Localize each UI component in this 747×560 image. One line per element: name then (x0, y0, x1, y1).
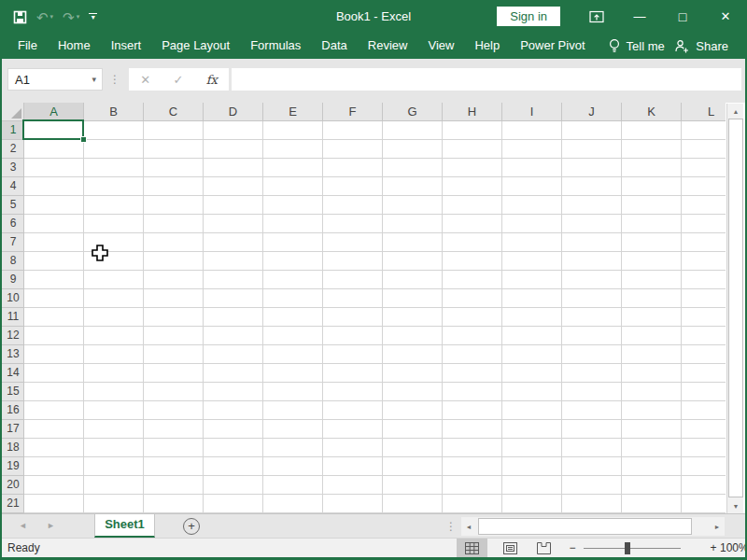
formula-input[interactable] (232, 68, 741, 91)
zoom-slider-track[interactable] (584, 548, 681, 549)
ribbon-tab-formulas[interactable]: Formulas (240, 33, 311, 59)
row-header-6[interactable]: 6 (2, 215, 24, 233)
save-icon (13, 10, 27, 24)
column-header-d[interactable]: D (204, 103, 263, 121)
view-normal-button[interactable] (457, 539, 487, 558)
minimize-button[interactable]: — (618, 3, 661, 31)
row-header-19[interactable]: 19 (2, 457, 24, 476)
fill-handle[interactable] (80, 136, 87, 143)
row-header-7[interactable]: 7 (2, 233, 24, 252)
close-button[interactable]: ✕ (704, 3, 747, 31)
sheet-tab-bar: ◄ ► Sheet1 + ⋮ ◄ ► (0, 513, 747, 538)
ribbon-tab-review[interactable]: Review (358, 33, 418, 59)
column-header-e[interactable]: E (263, 103, 323, 121)
row-header-11[interactable]: 11 (2, 308, 24, 327)
zoom-level[interactable]: 100% (720, 539, 747, 557)
column-header-a[interactable]: A (24, 103, 84, 121)
column-header-j[interactable]: J (562, 103, 622, 121)
ribbon-tab-power-pivot[interactable]: Power Pivot (510, 33, 595, 59)
name-box-value: A1 (8, 73, 92, 87)
ribbon-tabs: FileHomeInsertPage LayoutFormulasDataRev… (0, 33, 596, 59)
row-header-5[interactable]: 5 (2, 196, 24, 215)
insert-function-icon[interactable]: fx (206, 73, 218, 87)
ribbon-tab-insert[interactable]: Insert (101, 33, 152, 59)
name-box[interactable]: A1 ▾ (7, 68, 103, 91)
row-header-12[interactable]: 12 (2, 327, 24, 345)
row-header-21[interactable]: 21 (2, 495, 24, 513)
row-header-9[interactable]: 9 (2, 271, 24, 289)
status-bar: Ready − + 100% (0, 538, 747, 557)
column-header-i[interactable]: I (502, 103, 562, 121)
ribbon-tab-view[interactable]: View (417, 33, 464, 59)
vertical-scrollbar-thumb[interactable] (728, 119, 743, 497)
select-all-button[interactable] (2, 103, 24, 121)
row-header-16[interactable]: 16 (2, 401, 24, 420)
horizontal-scrollbar-thumb[interactable] (478, 518, 692, 535)
row-headers: 123456789101112131415161718192021 (2, 121, 24, 513)
scroll-right-icon[interactable]: ► (710, 517, 725, 536)
save-button[interactable] (13, 10, 27, 24)
zoom-slider-thumb[interactable] (625, 542, 630, 554)
normal-view-icon (465, 542, 479, 554)
cell-cursor (92, 245, 108, 261)
cell-grid[interactable] (24, 121, 726, 513)
sheet-nav-prev-icon[interactable]: ◄ (19, 514, 27, 538)
cancel-icon[interactable]: ✕ (140, 73, 150, 87)
column-header-c[interactable]: C (144, 103, 204, 121)
sign-in-button[interactable]: Sign in (497, 7, 560, 26)
undo-caret-icon: ▾ (50, 13, 54, 21)
ribbon-tab-data[interactable]: Data (311, 33, 357, 59)
row-header-15[interactable]: 15 (2, 383, 24, 401)
view-page-layout-button[interactable] (495, 539, 526, 558)
ribbon-tab-file[interactable]: File (7, 33, 48, 59)
quick-access-toolbar: ↶ ▾ ↷ ▾ ▾ (13, 5, 97, 29)
ribbon-tab-home[interactable]: Home (48, 33, 101, 59)
tell-me-button[interactable]: Tell me (609, 33, 665, 59)
redo-caret-icon: ▾ (77, 13, 80, 21)
ribbon-tab-help[interactable]: Help (464, 33, 510, 59)
row-header-10[interactable]: 10 (2, 289, 24, 308)
row-header-17[interactable]: 17 (2, 420, 24, 439)
zoom-out-button[interactable]: − (566, 539, 579, 557)
share-button[interactable]: Share (675, 33, 728, 59)
undo-button[interactable]: ↶ ▾ (36, 10, 53, 24)
row-header-1[interactable]: 1 (2, 121, 24, 140)
sheet-nav-next-icon[interactable]: ► (47, 514, 55, 538)
view-page-break-button[interactable] (529, 539, 559, 558)
ribbon-display-options-button[interactable] (575, 3, 618, 31)
enter-icon[interactable]: ✓ (173, 73, 183, 87)
page-break-view-icon (537, 542, 551, 554)
zoom-in-button[interactable]: + (707, 539, 720, 557)
row-header-18[interactable]: 18 (2, 439, 24, 457)
sheet-tab-sheet1[interactable]: Sheet1 (94, 514, 155, 538)
column-header-k[interactable]: K (622, 103, 682, 121)
selected-cell[interactable] (22, 119, 84, 140)
row-header-4[interactable]: 4 (2, 177, 24, 196)
column-header-g[interactable]: G (383, 103, 443, 121)
row-header-13[interactable]: 13 (2, 345, 24, 364)
customize-quick-access-button[interactable]: ▾ (89, 13, 97, 21)
row-header-20[interactable]: 20 (2, 476, 24, 495)
ribbon-tab-page-layout[interactable]: Page Layout (151, 33, 240, 59)
horizontal-scrollbar[interactable] (476, 517, 710, 536)
redo-button[interactable]: ↷ ▾ (63, 10, 79, 24)
row-header-3[interactable]: 3 (2, 159, 24, 177)
formula-bar: A1 ▾ ⋮ ✕ ✓ fx (0, 59, 747, 103)
tab-scroll-splitter[interactable]: ⋮ (445, 517, 457, 536)
add-sheet-button[interactable]: + (183, 518, 200, 535)
vertical-scrollbar[interactable]: ▲ ▼ (726, 104, 743, 513)
column-header-h[interactable]: H (443, 103, 502, 121)
name-box-caret-icon: ▾ (92, 75, 102, 84)
scroll-left-icon[interactable]: ◄ (461, 517, 476, 536)
ribbon-display-options-icon (589, 10, 604, 23)
maximize-button[interactable]: □ (661, 3, 704, 31)
row-header-14[interactable]: 14 (2, 364, 24, 383)
row-header-8[interactable]: 8 (2, 252, 24, 271)
row-header-2[interactable]: 2 (2, 140, 24, 159)
column-header-b[interactable]: B (84, 103, 144, 121)
name-box-splitter[interactable]: ⋮ (109, 70, 117, 89)
column-header-f[interactable]: F (323, 103, 383, 121)
scroll-down-icon[interactable]: ▼ (728, 498, 743, 513)
scroll-up-icon[interactable]: ▲ (728, 104, 743, 119)
column-header-l[interactable]: L (682, 103, 726, 121)
